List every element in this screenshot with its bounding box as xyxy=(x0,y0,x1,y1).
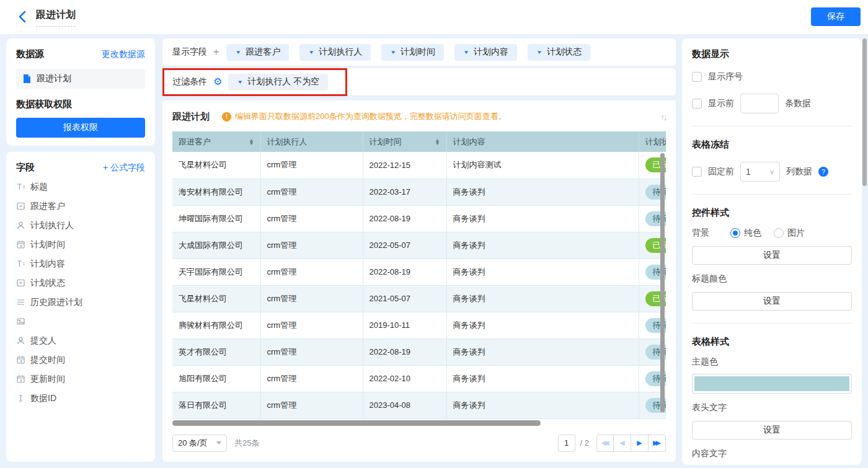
last-page-button[interactable]: ▶▶ xyxy=(649,435,666,452)
field-item[interactable] xyxy=(16,312,145,331)
save-button[interactable]: 保存 xyxy=(811,7,861,26)
field-item[interactable]: 计划内容 xyxy=(16,254,145,273)
cell-executor: crm管理 xyxy=(260,258,363,285)
cell-customer: 旭阳有限公司 xyxy=(172,365,260,392)
column-header-label: 计划内容 xyxy=(453,136,485,148)
field-item[interactable]: 标题 xyxy=(16,177,145,196)
table-wrapper: 跟进客户▲▼计划执行人计划时间▲▼计划内容计划状态 飞星材料公司crm管理202… xyxy=(172,131,666,419)
theme-color-label: 主题色 xyxy=(692,356,852,368)
column-header[interactable]: 计划时间▲▼ xyxy=(363,131,446,152)
table-row[interactable]: 海安材料有限公司crm管理2022-03-17商务谈判待完成 xyxy=(172,179,666,205)
background-set-button[interactable]: 设置 xyxy=(692,246,852,265)
display-field-chip[interactable]: ▼计划状态 xyxy=(528,44,590,61)
solid-color-radio[interactable] xyxy=(730,228,740,238)
field-item-label: 提交人 xyxy=(30,335,56,347)
field-item[interactable]: 提交人 xyxy=(16,331,145,350)
table-horizontal-scrollbar[interactable] xyxy=(172,420,541,426)
field-item[interactable]: 数据ID xyxy=(16,389,145,408)
freeze-post-label: 列数据 xyxy=(786,166,812,177)
table-vertical-scrollbar[interactable] xyxy=(660,153,665,412)
back-icon[interactable] xyxy=(16,10,30,24)
field-item-label: 更新时间 xyxy=(30,374,65,385)
sort-icon[interactable]: ▲▼ xyxy=(435,139,440,145)
next-page-button[interactable]: ▶ xyxy=(631,435,649,452)
table-freeze-title: 表格冻结 xyxy=(692,139,852,151)
column-header: 计划状态 xyxy=(639,131,666,152)
column-header-label: 计划时间 xyxy=(370,136,402,148)
cell-content: 商务谈判 xyxy=(446,365,639,392)
table-row[interactable]: 飞星材料公司crm管理2022-12-15计划内容测试已完成 xyxy=(172,152,666,179)
field-item[interactable]: 跟进客户 xyxy=(16,196,145,216)
person-icon xyxy=(16,336,25,345)
help-icon[interactable]: ? xyxy=(818,167,828,177)
field-item-label: 提交时间 xyxy=(30,355,65,366)
gear-icon[interactable]: ⚙ xyxy=(213,77,222,87)
field-item[interactable]: 更新时间 xyxy=(16,369,145,389)
settings-scrollbar[interactable] xyxy=(862,38,867,186)
table-row[interactable]: 英才有限公司crm管理2022-08-19商务谈判待完成 xyxy=(172,338,666,365)
cell-executor: crm管理 xyxy=(260,205,363,232)
report-permission-button[interactable]: 报表权限 xyxy=(16,118,145,138)
data-table: 跟进客户▲▼计划执行人计划时间▲▼计划内容计划状态 飞星材料公司crm管理202… xyxy=(172,131,666,419)
column-header: 计划执行人 xyxy=(260,131,363,152)
first-page-button[interactable]: ◀◀ xyxy=(596,435,614,452)
field-item[interactable]: 计划时间 xyxy=(16,235,145,254)
column-header-label: 计划状态 xyxy=(645,136,666,148)
table-row[interactable]: 落日有限公司crm管理2023-04-08商务谈判待完成 xyxy=(172,392,666,418)
field-item[interactable]: 提交时间 xyxy=(16,350,145,369)
cell-executor: crm管理 xyxy=(260,338,363,365)
person-icon xyxy=(16,221,25,230)
sort-icon[interactable]: ▲▼ xyxy=(249,139,254,145)
sort-order-icon[interactable]: ↑↓ xyxy=(660,112,666,122)
display-field-chip[interactable]: ▼计划时间 xyxy=(381,44,444,61)
title-color-set-button[interactable]: 设置 xyxy=(692,292,852,311)
table-row[interactable]: 腾骏材料有限公司crm管理2019-10-11商务谈判待完成 xyxy=(172,312,666,338)
cell-content: 商务谈判 xyxy=(446,392,639,418)
display-field-chip[interactable]: ▼计划执行人 xyxy=(299,44,371,61)
cell-content: 商务谈判 xyxy=(446,312,639,338)
cell-customer: 天宇国际有限公司 xyxy=(172,258,260,285)
display-field-chip[interactable]: ▼计划内容 xyxy=(454,44,517,61)
cell-customer: 飞星材料公司 xyxy=(172,285,260,312)
display-field-chip[interactable]: ▼跟进客户 xyxy=(226,44,289,61)
filter-chip[interactable]: ▼ 计划执行人 不为空 xyxy=(228,74,328,91)
table-row[interactable]: 飞星材料公司crm管理2021-05-07商务谈判已完成 xyxy=(172,285,666,312)
freeze-count-select[interactable]: 1 ∨ xyxy=(740,162,780,182)
display-field-chips: ▼跟进客户▼计划执行人▼计划时间▼计划内容▼计划状态 xyxy=(226,44,590,61)
fields-title: 字段 xyxy=(16,162,35,174)
image-bg-radio[interactable] xyxy=(774,228,784,238)
table-style-title: 表格样式 xyxy=(692,336,852,348)
table-row[interactable]: 坤曜国际有限公司crm管理2022-08-19商务谈判待完成 xyxy=(172,205,666,232)
cell-date: 2022-02-10 xyxy=(363,365,446,392)
datasource-item[interactable]: 跟进计划 xyxy=(16,69,145,89)
add-display-field-button[interactable]: + xyxy=(213,46,219,58)
table-row[interactable]: 旭阳有限公司crm管理2022-02-10商务谈判待完成 xyxy=(172,365,666,392)
column-header[interactable]: 跟进客户▲▼ xyxy=(172,131,260,152)
theme-color-picker[interactable] xyxy=(692,374,852,394)
show-serial-checkbox[interactable] xyxy=(692,72,702,82)
cell-customer: 大成国际有限公司 xyxy=(172,232,260,258)
prev-page-button[interactable]: ◀ xyxy=(614,435,631,452)
add-formula-field-link[interactable]: + 公式字段 xyxy=(103,162,145,174)
theme-color-swatch xyxy=(694,376,849,391)
page-title: 跟进计划 xyxy=(36,9,76,27)
table-warning: ! 编辑界面只取数据源前200条作为查询数据预览，完整数据请访问页面查看。 xyxy=(222,111,507,122)
field-item[interactable]: 计划执行人 xyxy=(16,216,145,235)
solid-color-label: 纯色 xyxy=(744,227,761,239)
show-limit-checkbox[interactable] xyxy=(692,99,702,108)
title-color-label: 标题颜色 xyxy=(692,273,852,285)
select-icon xyxy=(16,278,25,288)
freeze-columns-checkbox[interactable] xyxy=(692,167,702,177)
field-item-label: 计划内容 xyxy=(30,258,65,270)
page-size-value: 20 条/页 xyxy=(178,438,208,449)
field-item[interactable]: 计划状态 xyxy=(16,273,145,293)
cell-content: 商务谈判 xyxy=(446,338,639,365)
page-number-input[interactable]: 1 xyxy=(558,435,575,452)
header-text-set-button[interactable]: 设置 xyxy=(692,421,852,439)
change-datasource-link[interactable]: 更改数据源 xyxy=(102,49,145,60)
table-row[interactable]: 天宇国际有限公司crm管理2022-08-19商务谈判待完成 xyxy=(172,258,666,285)
limit-count-input[interactable] xyxy=(740,94,779,113)
table-row[interactable]: 大成国际有限公司crm管理2022-05-07商务谈判已完成 xyxy=(172,232,666,258)
page-size-select[interactable]: 20 条/页 xyxy=(172,435,227,452)
field-item[interactable]: 历史跟进计划 xyxy=(16,293,145,312)
